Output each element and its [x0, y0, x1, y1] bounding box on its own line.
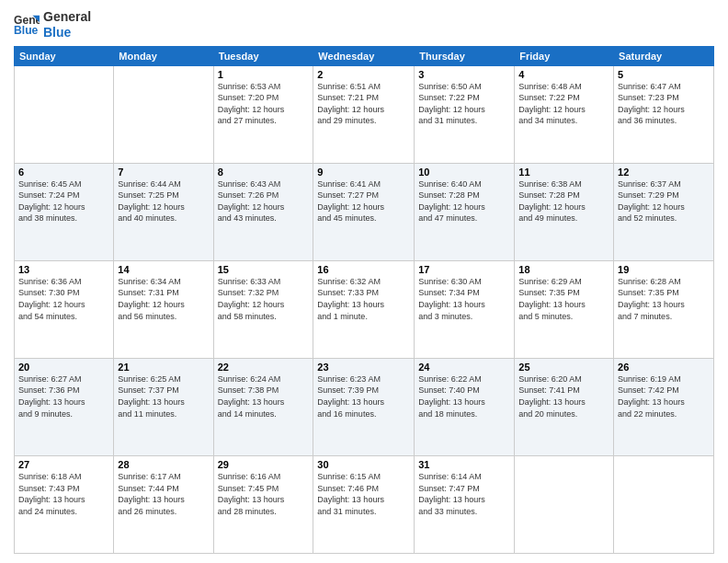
calendar-cell: 2Sunrise: 6:51 AM Sunset: 7:21 PM Daylig…: [313, 65, 415, 163]
day-info: Sunrise: 6:29 AM Sunset: 7:35 PM Dayligh…: [518, 276, 609, 322]
week-row-4: 20Sunrise: 6:27 AM Sunset: 7:36 PM Dayli…: [15, 358, 714, 455]
day-number: 23: [317, 362, 410, 373]
day-number: 15: [218, 264, 310, 275]
day-info: Sunrise: 6:27 AM Sunset: 7:36 PM Dayligh…: [18, 373, 109, 419]
day-info: Sunrise: 6:19 AM Sunset: 7:42 PM Dayligh…: [618, 373, 710, 419]
logo-general: General: [43, 9, 91, 25]
calendar-cell: 14Sunrise: 6:34 AM Sunset: 7:31 PM Dayli…: [114, 260, 213, 358]
calendar-cell: 18Sunrise: 6:29 AM Sunset: 7:35 PM Dayli…: [515, 260, 614, 358]
calendar-cell: [614, 455, 714, 553]
calendar-cell: 21Sunrise: 6:25 AM Sunset: 7:37 PM Dayli…: [114, 358, 213, 455]
page: General Blue General Blue SundayMondayTu…: [0, 0, 728, 563]
week-row-3: 13Sunrise: 6:36 AM Sunset: 7:30 PM Dayli…: [15, 260, 714, 358]
calendar-cell: 1Sunrise: 6:53 AM Sunset: 7:20 PM Daylig…: [213, 65, 313, 163]
day-number: 25: [518, 362, 609, 373]
calendar-cell: 17Sunrise: 6:30 AM Sunset: 7:34 PM Dayli…: [415, 260, 515, 358]
day-info: Sunrise: 6:17 AM Sunset: 7:44 PM Dayligh…: [118, 471, 209, 517]
calendar-cell: 27Sunrise: 6:18 AM Sunset: 7:43 PM Dayli…: [15, 455, 114, 553]
weekday-header-row: SundayMondayTuesdayWednesdayThursdayFrid…: [15, 46, 714, 65]
calendar-cell: 15Sunrise: 6:33 AM Sunset: 7:32 PM Dayli…: [213, 260, 313, 358]
day-number: 4: [518, 69, 609, 80]
day-info: Sunrise: 6:38 AM Sunset: 7:28 PM Dayligh…: [518, 178, 609, 224]
day-number: 14: [118, 264, 209, 275]
day-info: Sunrise: 6:47 AM Sunset: 7:23 PM Dayligh…: [618, 81, 710, 127]
calendar-cell: 8Sunrise: 6:43 AM Sunset: 7:26 PM Daylig…: [213, 163, 313, 260]
day-info: Sunrise: 6:37 AM Sunset: 7:29 PM Dayligh…: [618, 178, 710, 224]
day-number: 19: [618, 264, 710, 275]
day-info: Sunrise: 6:41 AM Sunset: 7:27 PM Dayligh…: [317, 178, 410, 224]
weekday-header-wednesday: Wednesday: [313, 46, 415, 65]
day-number: 27: [18, 459, 109, 470]
weekday-header-tuesday: Tuesday: [213, 46, 313, 65]
calendar-cell: 7Sunrise: 6:44 AM Sunset: 7:25 PM Daylig…: [114, 163, 213, 260]
calendar-cell: 22Sunrise: 6:24 AM Sunset: 7:38 PM Dayli…: [213, 358, 313, 455]
day-info: Sunrise: 6:14 AM Sunset: 7:47 PM Dayligh…: [418, 471, 510, 517]
day-info: Sunrise: 6:51 AM Sunset: 7:21 PM Dayligh…: [317, 81, 410, 127]
day-number: 7: [118, 167, 209, 178]
calendar-cell: [15, 65, 114, 163]
day-info: Sunrise: 6:48 AM Sunset: 7:22 PM Dayligh…: [518, 81, 609, 127]
week-row-2: 6Sunrise: 6:45 AM Sunset: 7:24 PM Daylig…: [15, 163, 714, 260]
week-row-5: 27Sunrise: 6:18 AM Sunset: 7:43 PM Dayli…: [15, 455, 714, 553]
calendar-cell: 28Sunrise: 6:17 AM Sunset: 7:44 PM Dayli…: [114, 455, 213, 553]
day-number: 13: [18, 264, 109, 275]
calendar-cell: 5Sunrise: 6:47 AM Sunset: 7:23 PM Daylig…: [614, 65, 714, 163]
weekday-header-monday: Monday: [114, 46, 213, 65]
day-number: 29: [218, 459, 310, 470]
day-info: Sunrise: 6:36 AM Sunset: 7:30 PM Dayligh…: [18, 276, 109, 322]
calendar-cell: 12Sunrise: 6:37 AM Sunset: 7:29 PM Dayli…: [614, 163, 714, 260]
day-number: 31: [418, 459, 510, 470]
day-info: Sunrise: 6:43 AM Sunset: 7:26 PM Dayligh…: [218, 178, 310, 224]
day-number: 1: [218, 69, 310, 80]
calendar-cell: [114, 65, 213, 163]
day-info: Sunrise: 6:44 AM Sunset: 7:25 PM Dayligh…: [118, 178, 209, 224]
day-info: Sunrise: 6:15 AM Sunset: 7:46 PM Dayligh…: [317, 471, 410, 517]
day-number: 3: [418, 69, 510, 80]
day-info: Sunrise: 6:50 AM Sunset: 7:22 PM Dayligh…: [418, 81, 510, 127]
day-info: Sunrise: 6:28 AM Sunset: 7:35 PM Dayligh…: [618, 276, 710, 322]
weekday-header-saturday: Saturday: [614, 46, 714, 65]
day-number: 22: [218, 362, 310, 373]
day-number: 5: [618, 69, 710, 80]
day-number: 6: [18, 167, 109, 178]
day-info: Sunrise: 6:23 AM Sunset: 7:39 PM Dayligh…: [317, 373, 410, 419]
day-number: 17: [418, 264, 510, 275]
day-number: 11: [518, 167, 609, 178]
weekday-header-thursday: Thursday: [415, 46, 515, 65]
day-info: Sunrise: 6:40 AM Sunset: 7:28 PM Dayligh…: [418, 178, 510, 224]
calendar-table: SundayMondayTuesdayWednesdayThursdayFrid…: [14, 46, 714, 554]
day-number: 28: [118, 459, 209, 470]
calendar-cell: 24Sunrise: 6:22 AM Sunset: 7:40 PM Dayli…: [415, 358, 515, 455]
svg-text:Blue: Blue: [14, 24, 39, 37]
day-info: Sunrise: 6:53 AM Sunset: 7:20 PM Dayligh…: [218, 81, 310, 127]
calendar-cell: 6Sunrise: 6:45 AM Sunset: 7:24 PM Daylig…: [15, 163, 114, 260]
day-number: 2: [317, 69, 410, 80]
day-info: Sunrise: 6:34 AM Sunset: 7:31 PM Dayligh…: [118, 276, 209, 322]
day-number: 8: [218, 167, 310, 178]
header: General Blue General Blue: [14, 9, 714, 40]
calendar-cell: 13Sunrise: 6:36 AM Sunset: 7:30 PM Dayli…: [15, 260, 114, 358]
weekday-header-friday: Friday: [515, 46, 614, 65]
calendar-cell: 19Sunrise: 6:28 AM Sunset: 7:35 PM Dayli…: [614, 260, 714, 358]
day-info: Sunrise: 6:16 AM Sunset: 7:45 PM Dayligh…: [218, 471, 310, 517]
day-number: 30: [317, 459, 410, 470]
calendar-cell: 26Sunrise: 6:19 AM Sunset: 7:42 PM Dayli…: [614, 358, 714, 455]
calendar-cell: [515, 455, 614, 553]
calendar-cell: 4Sunrise: 6:48 AM Sunset: 7:22 PM Daylig…: [515, 65, 614, 163]
logo: General Blue General Blue: [14, 9, 91, 40]
day-info: Sunrise: 6:32 AM Sunset: 7:33 PM Dayligh…: [317, 276, 410, 322]
day-info: Sunrise: 6:45 AM Sunset: 7:24 PM Dayligh…: [18, 178, 109, 224]
day-info: Sunrise: 6:25 AM Sunset: 7:37 PM Dayligh…: [118, 373, 209, 419]
logo-blue: Blue: [43, 25, 91, 40]
day-number: 20: [18, 362, 109, 373]
calendar-cell: 3Sunrise: 6:50 AM Sunset: 7:22 PM Daylig…: [415, 65, 515, 163]
day-info: Sunrise: 6:24 AM Sunset: 7:38 PM Dayligh…: [218, 373, 310, 419]
calendar-cell: 11Sunrise: 6:38 AM Sunset: 7:28 PM Dayli…: [515, 163, 614, 260]
calendar-cell: 29Sunrise: 6:16 AM Sunset: 7:45 PM Dayli…: [213, 455, 313, 553]
calendar-cell: 10Sunrise: 6:40 AM Sunset: 7:28 PM Dayli…: [415, 163, 515, 260]
weekday-header-sunday: Sunday: [15, 46, 114, 65]
day-number: 18: [518, 264, 609, 275]
calendar-cell: 20Sunrise: 6:27 AM Sunset: 7:36 PM Dayli…: [15, 358, 114, 455]
calendar-cell: 31Sunrise: 6:14 AM Sunset: 7:47 PM Dayli…: [415, 455, 515, 553]
day-info: Sunrise: 6:30 AM Sunset: 7:34 PM Dayligh…: [418, 276, 510, 322]
